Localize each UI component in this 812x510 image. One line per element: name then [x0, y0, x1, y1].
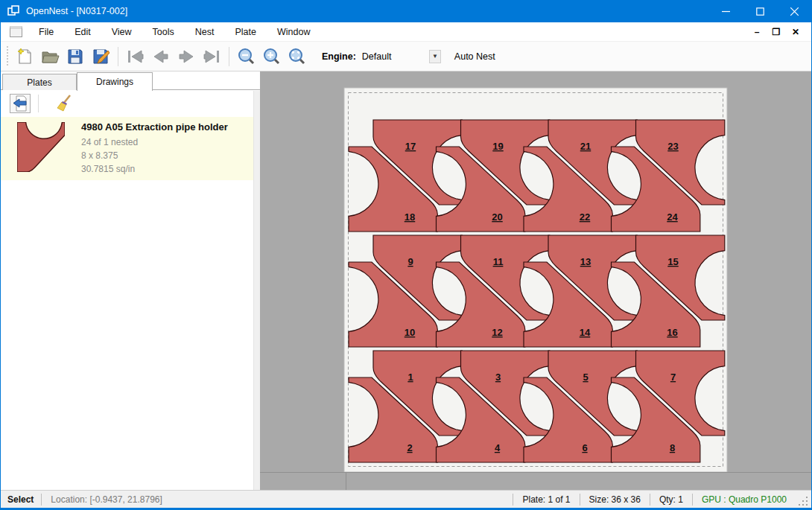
part-number-label: 18 — [405, 211, 415, 223]
drawing-nested-count: 24 of 1 nested — [81, 136, 228, 149]
part-number-label: 1 — [407, 372, 413, 383]
zoom-out-icon — [238, 48, 256, 66]
mdi-restore-button[interactable]: ❐ — [768, 27, 784, 37]
part-number-label: 20 — [492, 211, 502, 223]
toolbar-separator — [229, 47, 229, 66]
status-mode: Select — [1, 494, 41, 505]
window-title: OpenNest - [N0317-002] — [26, 6, 708, 16]
zoom-in-icon — [263, 48, 281, 66]
part-number-label: 4 — [495, 442, 501, 453]
zoom-fit-button[interactable] — [285, 45, 310, 68]
engine-select[interactable]: Default — [362, 51, 428, 62]
last-plate-button[interactable] — [199, 45, 224, 68]
menu-tools[interactable]: Tools — [142, 24, 185, 40]
part-number-label: 13 — [580, 256, 591, 267]
broom-icon — [56, 95, 72, 112]
part-number-label: 10 — [405, 327, 415, 338]
part-number-label: 3 — [495, 372, 501, 383]
import-drawing-button[interactable] — [10, 94, 31, 113]
status-size: Size: 36 x 36 — [580, 494, 650, 505]
main-toolbar: Engine: Default ▼ Auto Nest — [1, 42, 811, 71]
part-number-label: 6 — [582, 442, 587, 453]
title-bar[interactable]: OpenNest - [N0317-002] — [1, 0, 811, 22]
part-number-label: 23 — [667, 141, 678, 152]
drawing-title: 4980 A05 Extraction pipe holder — [81, 121, 228, 133]
next-arrow-icon — [177, 48, 196, 65]
sidebar-scrollbar[interactable] — [253, 91, 260, 490]
menu-edit[interactable]: Edit — [64, 24, 101, 40]
minimize-button[interactable] — [708, 0, 743, 22]
zoom-extents-icon — [288, 48, 306, 66]
clear-drawings-button[interactable] — [54, 94, 74, 113]
part-number-label: 15 — [667, 256, 678, 267]
status-gpu: GPU : Quadro P1000 — [693, 494, 796, 505]
toolbar-drag-handle[interactable] — [5, 46, 9, 67]
part-number-label: 16 — [667, 327, 677, 338]
menu-bar: File Edit View Tools Nest Plate Window –… — [1, 22, 811, 42]
close-icon — [790, 7, 799, 16]
save-button[interactable] — [63, 45, 88, 68]
tab-plates[interactable]: Plates — [2, 74, 77, 90]
import-arrow-icon — [12, 95, 28, 112]
first-plate-button[interactable] — [123, 45, 148, 68]
resize-grip[interactable] — [799, 497, 809, 507]
part-thumbnail — [17, 122, 65, 172]
toolbar-separator — [118, 47, 118, 66]
menu-nest[interactable]: Nest — [185, 24, 225, 40]
first-arrow-icon — [126, 48, 145, 65]
part-number-label: 24 — [667, 211, 678, 223]
menu-window[interactable]: Window — [267, 24, 320, 40]
status-bar: Select Location: [-0.9437, 21.8796] Plat… — [1, 490, 811, 508]
auto-nest-button[interactable]: Auto Nest — [454, 51, 495, 62]
sidebar-tabstrip: Plates Drawings — [1, 71, 260, 90]
part-number-label: 7 — [670, 372, 676, 383]
zoom-in-button[interactable] — [259, 45, 285, 68]
part-number-label: 14 — [580, 327, 591, 338]
status-location: Location: [-0.9437, 21.8796] — [42, 494, 171, 505]
part-number-label: 11 — [493, 256, 504, 267]
menu-file[interactable]: File — [28, 24, 64, 40]
zoom-out-button[interactable] — [234, 45, 259, 68]
app-logo-icon — [7, 5, 19, 17]
menu-view[interactable]: View — [101, 24, 142, 40]
new-drawing-button[interactable] — [12, 45, 37, 68]
part-number-label: 21 — [580, 141, 591, 152]
part-number-label: 9 — [407, 256, 413, 267]
previous-plate-button[interactable] — [148, 45, 174, 68]
engine-dropdown-arrow[interactable]: ▼ — [429, 50, 441, 63]
status-plate: Plate: 1 of 1 — [513, 494, 579, 505]
part-number-label: 8 — [670, 442, 675, 453]
part-number-label: 5 — [583, 372, 588, 383]
next-plate-button[interactable] — [174, 45, 199, 68]
part-number-label: 19 — [492, 141, 503, 152]
part-number-label: 22 — [580, 211, 590, 223]
tab-drawings[interactable]: Drawings — [77, 72, 153, 91]
engine-label: Engine: — [322, 51, 356, 62]
part-number-label: 17 — [405, 141, 416, 152]
sidebar-panel: Plates Drawings — [1, 71, 260, 490]
subtoolbar-separator — [38, 95, 39, 112]
previous-arrow-icon — [151, 48, 171, 65]
minimize-icon — [722, 7, 730, 16]
menu-plate[interactable]: Plate — [224, 24, 267, 40]
open-folder-icon — [40, 48, 60, 66]
last-arrow-icon — [202, 48, 221, 65]
mdi-minimize-button[interactable]: – — [749, 27, 765, 37]
maximize-icon — [756, 7, 764, 16]
part-number-label: 2 — [407, 442, 412, 453]
app-window: OpenNest - [N0317-002] File Edit View To… — [0, 0, 812, 510]
drawings-toolbar — [1, 91, 260, 116]
drawing-size: 8 x 8.375 — [81, 149, 228, 162]
mdi-document-icon[interactable] — [10, 26, 22, 37]
drawing-list-item[interactable]: 4980 A05 Extraction pipe holder 24 of 1 … — [1, 117, 253, 180]
open-button[interactable] — [37, 45, 63, 68]
mdi-close-button[interactable]: ✕ — [787, 27, 804, 37]
close-button[interactable] — [777, 0, 811, 22]
status-qty: Qty: 1 — [650, 494, 692, 505]
save-as-button[interactable] — [88, 45, 113, 68]
maximize-button[interactable] — [743, 0, 777, 22]
new-document-icon — [16, 48, 34, 66]
nest-plate-view[interactable]: 171819202122232491011121314151612345678 — [260, 71, 812, 490]
nest-canvas[interactable]: 171819202122232491011121314151612345678 — [260, 71, 812, 490]
part-number-label: 12 — [492, 327, 502, 338]
